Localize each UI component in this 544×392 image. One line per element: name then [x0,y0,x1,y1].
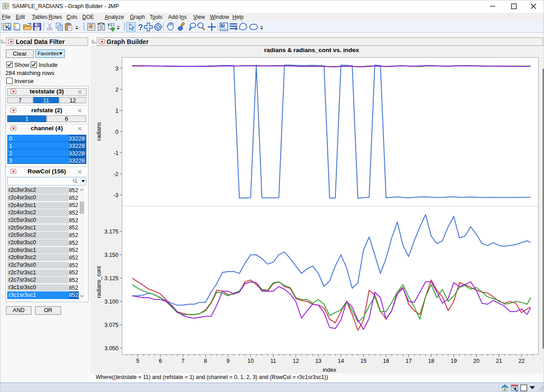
svg-text:7: 7 [181,358,184,364]
svg-text:-2: -2 [113,171,118,177]
svg-text:3.150: 3.150 [104,252,118,258]
svg-text:3.175: 3.175 [104,229,118,235]
svg-text:9: 9 [227,358,230,364]
svg-text:0: 0 [116,129,119,135]
svg-text:10: 10 [248,358,254,364]
svg-text:5: 5 [136,358,139,364]
svg-text:3.125: 3.125 [104,275,118,282]
svg-text:radians: radians [96,123,102,141]
svg-text:11: 11 [270,358,276,364]
svg-text:index: index [323,367,337,373]
svg-text:T: T [222,23,224,28]
svg-text:17: 17 [406,358,412,364]
svg-text:-1: -1 [113,150,118,156]
svg-text:14: 14 [338,358,344,364]
svg-text:3: 3 [116,66,119,72]
svg-text:15: 15 [361,358,367,364]
svg-text:13: 13 [315,358,321,364]
svg-text:2: 2 [116,87,119,93]
svg-text:16: 16 [383,358,389,364]
svg-text:12: 12 [293,358,299,364]
svg-text:1: 1 [116,108,119,114]
svg-text:21: 21 [496,358,502,364]
svg-text:3.075: 3.075 [104,322,118,328]
svg-text:6: 6 [159,358,162,364]
svg-text:?: ? [138,23,143,32]
svg-text:8: 8 [204,358,207,364]
svg-text:18: 18 [428,358,434,364]
svg-text:22: 22 [518,358,525,364]
svg-text:3.050: 3.050 [104,345,118,352]
svg-text:-3: -3 [113,192,118,198]
svg-text:3.100: 3.100 [104,299,118,305]
svg-text:19: 19 [450,358,457,364]
svg-text:radians_cont: radians_cont [96,266,102,298]
svg-text:20: 20 [473,358,480,364]
